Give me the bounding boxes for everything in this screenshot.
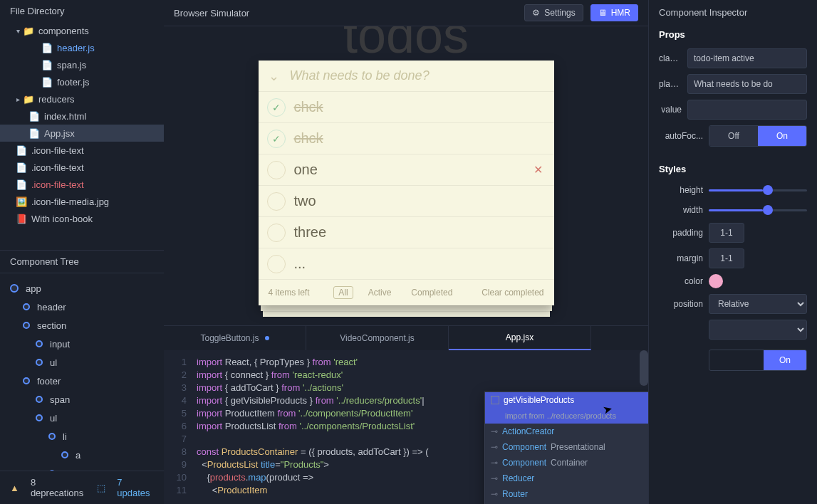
check-icon[interactable]: ✓ xyxy=(267,98,286,117)
node-li[interactable]: li xyxy=(10,427,164,446)
margin-label: margin xyxy=(659,253,703,263)
file-icon: 📄 xyxy=(41,43,53,53)
deprecations-label[interactable]: 8 deprecations xyxy=(31,477,85,498)
autofocus-on[interactable]: On xyxy=(758,126,806,146)
hmr-button[interactable]: 🖥HMR xyxy=(590,4,638,21)
file-text-icon: 📄 xyxy=(16,145,27,156)
filter-active[interactable]: Active xyxy=(363,286,397,299)
items-left-label: 4 items left xyxy=(269,288,310,298)
bottom-on[interactable]: On xyxy=(764,350,806,370)
check-icon[interactable]: ✓ xyxy=(267,224,286,242)
node-section[interactable]: section xyxy=(10,316,164,335)
ac-item[interactable]: ⊸ComponentContainer xyxy=(485,455,648,471)
placeholder-label: placeho... xyxy=(659,79,682,89)
file-header-js[interactable]: 📄header.js xyxy=(0,39,164,56)
ac-item[interactable]: ⊸Reducer xyxy=(485,471,648,486)
node-app[interactable]: app xyxy=(10,279,164,298)
color-swatch[interactable] xyxy=(709,274,723,288)
classname-label: classNa... xyxy=(659,53,682,63)
margin-input[interactable] xyxy=(709,248,744,268)
todo-item[interactable]: ✓two xyxy=(259,186,554,217)
autofocus-off[interactable]: Off xyxy=(709,126,758,146)
padding-input[interactable] xyxy=(709,223,744,243)
node-input[interactable]: input xyxy=(10,335,164,353)
height-slider[interactable] xyxy=(709,183,807,197)
todo-new-row[interactable]: ⌄ What needs to be done? xyxy=(259,61,554,92)
width-slider[interactable] xyxy=(709,203,807,217)
file-span-js[interactable]: 📄span.js xyxy=(0,56,164,73)
browser-title: Browser Simulator xyxy=(174,8,517,19)
status-bar: ▲ 8 deprecations ⬚ 7 updates xyxy=(0,471,164,504)
todo-item[interactable]: ✓chck xyxy=(259,123,554,154)
left-panel: File Directory ▾📁components 📄header.js 📄… xyxy=(0,0,164,504)
tab-videocomponent[interactable]: VideoComponent.js xyxy=(306,326,449,350)
file-icon-text-2[interactable]: 📄.icon-file-text xyxy=(0,159,164,176)
node-header[interactable]: header xyxy=(10,298,164,316)
folder-reducers[interactable]: ▸📁reducers xyxy=(0,90,164,107)
file-icon-text-3[interactable]: 📄.icon-file-text xyxy=(0,176,164,193)
file-footer-js[interactable]: 📄footer.js xyxy=(0,73,164,90)
line-gutter: 1234567891011 xyxy=(164,350,192,504)
tab-app-jsx[interactable]: App.jsx xyxy=(449,326,591,350)
file-icon: 📄 xyxy=(28,128,40,139)
check-icon[interactable]: ✓ xyxy=(267,161,286,179)
todo-item[interactable]: ✓... xyxy=(259,248,554,280)
node-a[interactable]: a xyxy=(10,446,164,464)
autofocus-toggle: Off On xyxy=(709,125,807,147)
position-label: position xyxy=(659,299,703,309)
folder-components[interactable]: ▾📁components xyxy=(0,22,164,39)
file-tree: ▾📁components 📄header.js 📄span.js 📄footer… xyxy=(0,22,164,250)
clear-completed[interactable]: Clear completed xyxy=(482,288,543,298)
center-panel: Browser Simulator ⚙Settings 🖥HMR todos ⌄… xyxy=(164,0,648,504)
filter-completed[interactable]: Completed xyxy=(406,286,457,299)
todo-item[interactable]: ✓three xyxy=(259,217,554,248)
ac-item[interactable]: ⊸ActionCreator xyxy=(485,424,648,439)
component-tree-title: Component Tree xyxy=(0,250,164,273)
node-li2[interactable]: li xyxy=(10,464,164,471)
check-icon[interactable]: ✓ xyxy=(267,192,286,211)
file-icon: 📄 xyxy=(41,77,53,88)
file-icon-text-1[interactable]: 📄.icon-file-text xyxy=(0,142,164,159)
ac-item[interactable]: ⊸Router xyxy=(485,486,648,502)
position-select[interactable]: Relative xyxy=(709,294,807,314)
height-label: height xyxy=(659,185,703,195)
chevron-down-icon[interactable]: ⌄ xyxy=(269,68,279,84)
folder-icon: 📁 xyxy=(23,94,34,105)
node-ul[interactable]: ul xyxy=(10,353,164,372)
check-icon[interactable]: ✓ xyxy=(267,130,286,148)
todo-item[interactable]: ✓one✕ xyxy=(259,154,554,186)
ac-item[interactable]: getVisibleProducts xyxy=(485,392,648,408)
placeholder-input[interactable] xyxy=(687,74,807,94)
node-footer[interactable]: footer xyxy=(10,372,164,390)
todo-filters: 4 items left All Active Completed Clear … xyxy=(259,280,554,305)
ac-item[interactable]: ⊸ComponentPresentational xyxy=(485,439,648,455)
delete-icon[interactable]: ✕ xyxy=(534,163,543,177)
inspector-title: Component Inspector xyxy=(649,0,817,25)
todo-item[interactable]: ✓chck xyxy=(259,92,554,123)
styles-title: Styles xyxy=(649,159,817,180)
filter-all[interactable]: All xyxy=(333,286,353,299)
file-app-jsx[interactable]: 📄App.jsx xyxy=(0,125,164,142)
updates-label[interactable]: 7 updates xyxy=(117,477,154,498)
extra-select[interactable] xyxy=(709,320,807,340)
check-icon[interactable]: ✓ xyxy=(267,255,286,273)
file-icon-media[interactable]: 🖼️.icon-file-media.jpg xyxy=(0,193,164,210)
code-editor[interactable]: 1234567891011 import React, { PropTypes … xyxy=(164,350,648,504)
classname-input[interactable] xyxy=(687,48,807,68)
settings-button[interactable]: ⚙Settings xyxy=(524,4,583,21)
file-icon-book[interactable]: 📕With icon-book xyxy=(0,210,164,227)
file-icon: 📄 xyxy=(41,60,53,70)
tab-togglebutton[interactable]: ToggleButton.js xyxy=(164,326,306,350)
padding-label: padding xyxy=(659,228,703,238)
browser-toolbar: Browser Simulator ⚙Settings 🖥HMR xyxy=(164,0,648,26)
todo-app: ⌄ What needs to be done? ✓chck ✓chck ✓on… xyxy=(259,61,554,305)
file-index-html[interactable]: 📄index.html xyxy=(0,107,164,125)
value-label: value xyxy=(659,105,682,115)
editor-scrollbar[interactable] xyxy=(640,350,648,386)
node-ul2[interactable]: ul xyxy=(10,409,164,427)
value-input[interactable] xyxy=(687,100,807,120)
book-icon: 📕 xyxy=(16,214,27,224)
file-text-icon: 📄 xyxy=(16,162,27,173)
node-span[interactable]: span xyxy=(10,390,164,409)
autofocus-label: autoFoc... xyxy=(659,131,703,141)
